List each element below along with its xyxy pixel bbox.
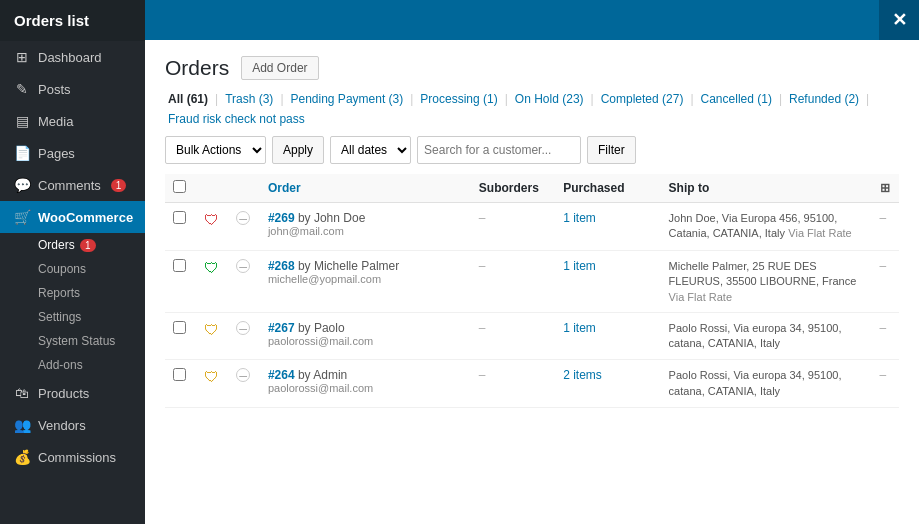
sidebar-item-add-ons[interactable]: Add-ons — [0, 353, 145, 377]
sidebar-item-label: Dashboard — [38, 50, 102, 65]
order-link[interactable]: #267 by Paolo — [268, 321, 345, 335]
status-cell: – — [228, 312, 260, 360]
sidebar-item-comments[interactable]: 💬 Comments 1 — [0, 169, 145, 201]
status-icon: – — [236, 259, 250, 273]
search-customer-input[interactable] — [417, 136, 581, 164]
page-title: Orders — [165, 56, 229, 80]
items-link[interactable]: 1 item — [563, 211, 596, 225]
order-link[interactable]: #268 by Michelle Palmer — [268, 259, 399, 273]
sidebar-item-label: Vendors — [38, 418, 86, 433]
col-ship-header: Ship to — [661, 174, 872, 203]
coupons-label: Coupons — [38, 262, 86, 276]
top-bar: ✕ — [145, 0, 919, 40]
shield-cell: 🛡 — [196, 250, 229, 312]
add-order-button[interactable]: Add Order — [241, 56, 318, 80]
suborders-cell: – — [471, 250, 555, 312]
shield-icon: 🛡 — [204, 259, 219, 276]
col-order-header[interactable]: Order — [260, 174, 471, 203]
filter-tabs: All (61) | Trash (3) | Pending Payment (… — [165, 90, 899, 128]
extra-cell: – — [872, 250, 899, 312]
items-link[interactable]: 1 item — [563, 259, 596, 273]
sidebar-item-label: Comments — [38, 178, 101, 193]
table-row: 🛡 – #264 by Admin paolorossi@mail.com – … — [165, 360, 899, 408]
sidebar-item-reports[interactable]: Reports — [0, 281, 145, 305]
col-shield — [196, 174, 229, 203]
row-checkbox[interactable] — [173, 259, 186, 272]
page-header: Orders Add Order — [165, 56, 899, 80]
sidebar-item-pages[interactable]: 📄 Pages — [0, 137, 145, 169]
comments-badge: 1 — [111, 179, 127, 192]
sidebar-item-media[interactable]: ▤ Media — [0, 105, 145, 137]
sidebar-item-products[interactable]: 🛍 Products — [0, 377, 145, 409]
apply-button[interactable]: Apply — [272, 136, 324, 164]
ship-cell: Michelle Palmer, 25 RUE DES FLEURUS, 355… — [661, 250, 872, 312]
filter-tab-on-hold[interactable]: On Hold (23) — [512, 90, 587, 108]
order-link[interactable]: #269 by John Doe — [268, 211, 365, 225]
sidebar-item-woocommerce[interactable]: 🛒 WooCommerce — [0, 201, 145, 233]
select-all-checkbox[interactable] — [173, 180, 186, 193]
sidebar-item-dashboard[interactable]: ⊞ Dashboard — [0, 41, 145, 73]
content-area: Orders Add Order All (61) | Trash (3) | … — [145, 40, 919, 524]
ship-address: Paolo Rossi, Via europa 34, 95100, catan… — [669, 369, 842, 396]
woocommerce-icon: 🛒 — [14, 209, 30, 225]
toolbar: Bulk Actions Apply All dates Filter — [165, 136, 899, 164]
status-icon: – — [236, 321, 250, 335]
purchased-cell: 1 item — [555, 312, 660, 360]
suborders-cell: – — [471, 312, 555, 360]
row-checkbox[interactable] — [173, 211, 186, 224]
sidebar-item-system-status[interactable]: System Status — [0, 329, 145, 353]
filter-tab-refunded[interactable]: Refunded (2) — [786, 90, 862, 108]
filter-tab-fraud[interactable]: Fraud risk check not pass — [165, 110, 308, 128]
row-checkbox[interactable] — [173, 321, 186, 334]
add-ons-label: Add-ons — [38, 358, 83, 372]
order-email: paolorossi@mail.com — [268, 335, 463, 347]
via-label: Via Flat Rate — [669, 291, 732, 303]
filter-tab-pending[interactable]: Pending Payment (3) — [288, 90, 407, 108]
filter-tab-all[interactable]: All (61) — [165, 90, 211, 108]
order-link[interactable]: #264 by Admin — [268, 368, 347, 382]
sidebar-item-settings[interactable]: Settings — [0, 305, 145, 329]
col-purchased-header: Purchased — [555, 174, 660, 203]
close-button[interactable]: ✕ — [879, 0, 919, 40]
date-filter-select[interactable]: All dates — [330, 136, 411, 164]
sidebar-item-posts[interactable]: ✎ Posts — [0, 73, 145, 105]
comments-icon: 💬 — [14, 177, 30, 193]
settings-label: Settings — [38, 310, 81, 324]
suborders-cell: – — [471, 360, 555, 408]
filter-tab-completed[interactable]: Completed (27) — [598, 90, 687, 108]
orders-label: Orders — [38, 238, 75, 252]
order-email: john@mail.com — [268, 225, 463, 237]
ship-cell: Paolo Rossi, Via europa 34, 95100, catan… — [661, 312, 872, 360]
sidebar-item-label: Pages — [38, 146, 75, 161]
order-cell: #269 by John Doe john@mail.com — [260, 203, 471, 251]
status-cell: – — [228, 250, 260, 312]
col-suborders-header: Suborders — [471, 174, 555, 203]
filter-tab-cancelled[interactable]: Cancelled (1) — [698, 90, 775, 108]
sidebar-item-label: Media — [38, 114, 73, 129]
shield-cell: 🛡 — [196, 203, 229, 251]
row-checkbox[interactable] — [173, 368, 186, 381]
shield-icon: 🛡 — [204, 211, 219, 228]
sidebar-item-commissions[interactable]: 💰 Commissions — [0, 441, 145, 473]
table-row: 🛡 – #269 by John Doe john@mail.com – 1 i… — [165, 203, 899, 251]
sidebar-item-label: Posts — [38, 82, 71, 97]
products-icon: 🛍 — [14, 385, 30, 401]
items-link[interactable]: 2 items — [563, 368, 602, 382]
orders-badge: 1 — [80, 239, 96, 252]
status-icon: – — [236, 211, 250, 225]
posts-icon: ✎ — [14, 81, 30, 97]
dashboard-icon: ⊞ — [14, 49, 30, 65]
sidebar-item-vendors[interactable]: 👥 Vendors — [0, 409, 145, 441]
extra-cell: – — [872, 360, 899, 408]
table-row: 🛡 – #268 by Michelle Palmer michelle@yop… — [165, 250, 899, 312]
purchased-cell: 1 item — [555, 250, 660, 312]
sidebar-item-coupons[interactable]: Coupons — [0, 257, 145, 281]
bulk-actions-select[interactable]: Bulk Actions — [165, 136, 266, 164]
filter-tab-processing[interactable]: Processing (1) — [417, 90, 500, 108]
filter-button[interactable]: Filter — [587, 136, 636, 164]
filter-tab-trash[interactable]: Trash (3) — [222, 90, 276, 108]
items-link[interactable]: 1 item — [563, 321, 596, 335]
sidebar-item-orders[interactable]: Orders 1 — [0, 233, 145, 257]
status-icon: – — [236, 368, 250, 382]
shield-icon: 🛡 — [204, 321, 219, 338]
